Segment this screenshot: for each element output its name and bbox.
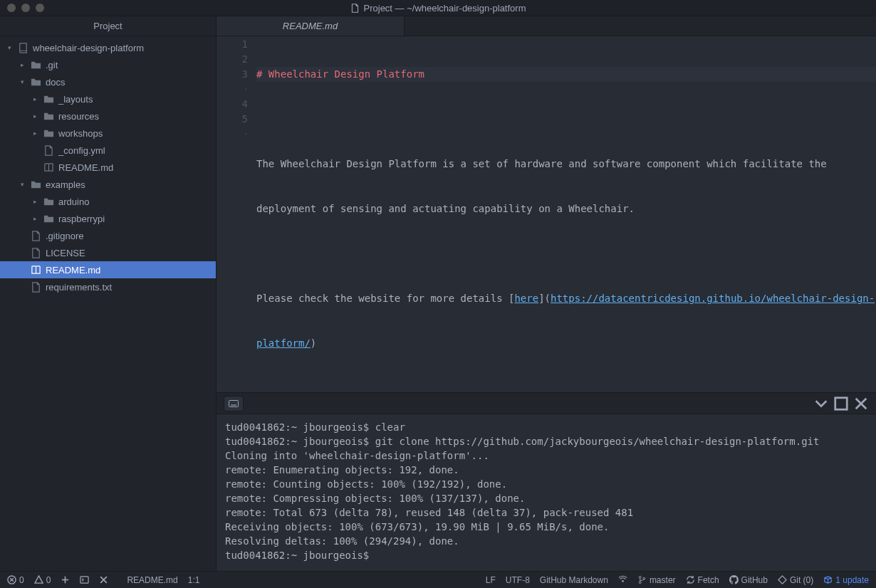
- repo-icon: [17, 42, 28, 53]
- maximize-icon: [833, 396, 849, 411]
- tree-item--git[interactable]: ▸.git: [0, 56, 216, 73]
- editor-tabs: README.md: [217, 16, 876, 36]
- tree-item-label: .gitignore: [46, 231, 83, 241]
- collapse-terminal-button[interactable]: [813, 396, 829, 411]
- status-grammar[interactable]: GitHub Markdown: [540, 575, 608, 585]
- terminal-shortcut-button[interactable]: [80, 575, 89, 584]
- code-editor[interactable]: 123·45· # Wheelchair Design Platform The…: [217, 36, 876, 392]
- chevron-right-icon: ▸: [19, 61, 26, 68]
- close-icon: [853, 396, 869, 411]
- status-warnings[interactable]: 0: [34, 575, 51, 585]
- line-number: 2: [217, 52, 248, 67]
- tree-item-requirements-txt[interactable]: requirements.txt: [0, 278, 216, 295]
- chevron-down-icon: [813, 396, 829, 411]
- markdown-heading: # Wheelchair Design Platform: [256, 68, 424, 80]
- markdown-link[interactable]: here: [514, 293, 538, 304]
- window-titlebar: Project — ~/wheelchair-design-platform: [0, 0, 876, 16]
- folder-icon: [43, 213, 54, 224]
- line-number: 1: [217, 37, 248, 52]
- tree-item-arduino[interactable]: ▸arduino: [0, 193, 216, 210]
- file-icon: [30, 230, 41, 241]
- status-git[interactable]: Git (0): [778, 575, 813, 585]
- tree-item--gitignore[interactable]: .gitignore: [0, 227, 216, 244]
- tree-item-docs[interactable]: ▾docs: [0, 73, 216, 90]
- close-icon: [99, 575, 108, 584]
- broadcast-icon: [618, 575, 627, 584]
- line-number: 4: [217, 97, 248, 112]
- status-branch[interactable]: master: [637, 575, 676, 585]
- svg-rect-2: [835, 397, 848, 409]
- warning-icon: [34, 575, 43, 584]
- maximize-terminal-button[interactable]: [833, 396, 849, 411]
- folder-icon: [30, 59, 41, 70]
- tree-item-readme-md[interactable]: README.md: [0, 159, 216, 176]
- line-number: ·: [217, 82, 248, 97]
- terminal-output[interactable]: tud0041862:~ jbourgeois$ clear tud004186…: [217, 414, 876, 571]
- tree-item-workshops[interactable]: ▸workshops: [0, 125, 216, 142]
- svg-point-7: [639, 582, 641, 584]
- chevron-down-icon: ▾: [19, 181, 26, 188]
- chevron-right-icon: ▸: [31, 215, 38, 222]
- file-icon: [30, 281, 41, 293]
- chevron-down-icon: ▾: [6, 44, 13, 51]
- git-icon: [778, 575, 787, 584]
- svg-point-5: [622, 580, 624, 582]
- tree-item-label: requirements.txt: [46, 282, 112, 293]
- chevron-right-icon: ▸: [31, 130, 38, 137]
- code-content[interactable]: # Wheelchair Design Platform The Wheelch…: [256, 36, 876, 392]
- folder-icon: [43, 196, 54, 207]
- tree-item-label: README.md: [46, 265, 100, 275]
- tree-item-label: README.md: [58, 162, 113, 173]
- chevron-right-icon: ▸: [31, 95, 38, 103]
- sidebar-title: Project: [0, 16, 216, 36]
- status-line-ending[interactable]: LF: [486, 575, 496, 585]
- tree-item-resources[interactable]: ▸resources: [0, 107, 216, 125]
- status-encoding[interactable]: UTF-8: [506, 575, 530, 585]
- tree-item-label: wheelchair-design-platform: [33, 43, 144, 53]
- folder-icon: [43, 93, 54, 105]
- status-updates[interactable]: 1 update: [823, 575, 869, 585]
- new-terminal-button[interactable]: [61, 575, 70, 584]
- chevron-down-icon: ▾: [19, 78, 26, 85]
- tree-item-examples[interactable]: ▾examples: [0, 176, 216, 193]
- package-icon: [823, 575, 833, 584]
- tree-item--layouts[interactable]: ▸_layouts: [0, 90, 216, 107]
- terminal-header: [217, 393, 876, 414]
- project-sidebar: Project ▾wheelchair-design-platform▸.git…: [0, 16, 217, 571]
- line-number: 3: [217, 67, 248, 82]
- chevron-right-icon: ▸: [31, 112, 38, 120]
- folder-icon: [30, 179, 41, 190]
- status-filename[interactable]: README.md: [127, 575, 177, 585]
- error-icon: [7, 575, 16, 584]
- tab-readme[interactable]: README.md: [217, 16, 405, 36]
- terminal-toggle-button[interactable]: [224, 396, 244, 411]
- status-errors[interactable]: 0: [7, 575, 24, 585]
- tree-item-readme-md[interactable]: README.md: [0, 261, 216, 278]
- status-cursor-position[interactable]: 1:1: [188, 575, 200, 585]
- tree-item-wheelchair-design-platform[interactable]: ▾wheelchair-design-platform: [0, 39, 216, 56]
- tree-item--config-yml[interactable]: _config.yml: [0, 142, 216, 159]
- svg-rect-1: [231, 404, 236, 405]
- folder-icon: [30, 76, 41, 88]
- line-gutter: 123·45·: [217, 36, 256, 392]
- line-number: 5: [217, 112, 248, 127]
- tree-item-label: LICENSE: [46, 248, 85, 258]
- branch-icon: [637, 575, 647, 584]
- tree-item-label: .git: [46, 60, 58, 70]
- svg-rect-4: [80, 577, 88, 583]
- tree-item-license[interactable]: LICENSE: [0, 244, 216, 261]
- status-remote[interactable]: [618, 575, 627, 584]
- close-pane-button[interactable]: [99, 575, 108, 584]
- status-github[interactable]: GitHub: [729, 575, 768, 585]
- file-icon: [30, 247, 41, 258]
- markdown-url[interactable]: platform/: [256, 337, 311, 349]
- line-number: ·: [217, 127, 248, 142]
- close-terminal-button[interactable]: [853, 396, 869, 411]
- markdown-url[interactable]: https://datacentricdesign.github.io/whee…: [551, 293, 875, 304]
- tree-item-raspberrypi[interactable]: ▸raspberrypi: [0, 210, 216, 227]
- file-icon: [43, 145, 54, 156]
- status-fetch[interactable]: Fetch: [686, 575, 719, 585]
- github-icon: [729, 575, 739, 584]
- file-tree[interactable]: ▾wheelchair-design-platform▸.git▾docs▸_l…: [0, 36, 216, 571]
- status-bar: 0 0 README.md 1:1 LF UTF-8 GitHub Markdo…: [0, 571, 876, 588]
